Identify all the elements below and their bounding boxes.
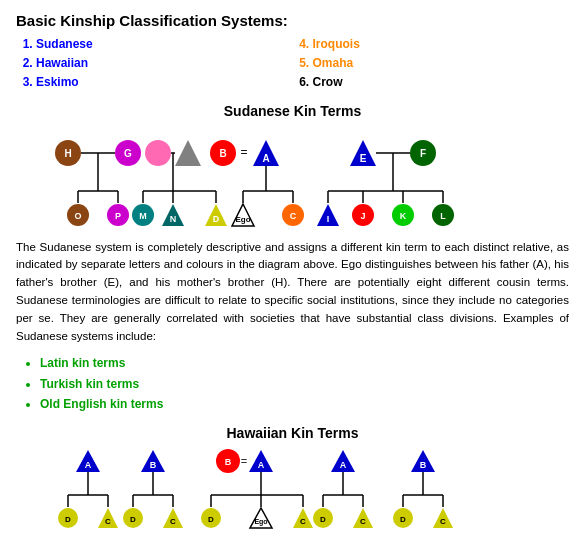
node-Ego-label: Ego: [235, 215, 250, 224]
sudanese-section-title: Sudanese Kin Terms: [16, 103, 569, 119]
hw-C2-label: C: [170, 517, 176, 526]
hw-A1-label: A: [84, 460, 91, 470]
list-col-2: Iroquois Omaha Crow: [293, 35, 570, 93]
hw-A2-label: A: [257, 460, 264, 470]
equals-sign-BA: =: [240, 145, 247, 159]
bullet-latin: Latin kin terms: [40, 353, 569, 373]
node-H-label: H: [64, 148, 71, 159]
hw-C1-label: C: [105, 517, 111, 526]
examples-list: Latin kin terms Turkish kin terms Old En…: [16, 353, 569, 414]
hw-Ego-label: Ego: [254, 518, 267, 526]
node-D-label: D: [212, 214, 219, 224]
node-dad2-shape: [175, 140, 201, 166]
hw-D2-label: D: [130, 515, 136, 524]
sudanese-description: The Sudanese system is completely descri…: [16, 239, 569, 346]
node-mom2-shape: [145, 140, 171, 166]
node-M-label: M: [139, 211, 147, 221]
hawaiian-diagram: A B B = A A B D C D C: [16, 445, 569, 540]
sudanese-diagram: H G B = A E F O: [16, 123, 569, 233]
hw-D4-label: D: [320, 515, 326, 524]
hw-B3-label: B: [419, 460, 426, 470]
list-item-sudanese: Sudanese: [36, 35, 293, 54]
bullet-old-english: Old English kin terms: [40, 394, 569, 414]
node-C-label: C: [289, 211, 296, 221]
hawaiian-svg: A B B = A A B D C D C: [43, 445, 543, 540]
node-A-label: A: [262, 153, 269, 164]
hw-D1-label: D: [65, 515, 71, 524]
list-2: Iroquois Omaha Crow: [293, 35, 570, 93]
page-title: Basic Kinship Classification Systems:: [16, 12, 569, 29]
node-P-label: P: [114, 211, 120, 221]
list-item-eskimo: Eskimo: [36, 73, 293, 92]
sudanese-svg: H G B = A E F O: [23, 123, 563, 233]
node-O-label: O: [74, 211, 81, 221]
node-J-label: J: [360, 211, 365, 221]
node-N-label: N: [169, 214, 176, 224]
node-F-label: F: [419, 148, 425, 159]
list-item-hawaiian: Hawaiian: [36, 54, 293, 73]
node-B-label: B: [219, 148, 226, 159]
hw-B2-label: B: [224, 457, 231, 467]
node-E-label: E: [359, 153, 366, 164]
hw-C4-label: C: [360, 517, 366, 526]
node-K-label: K: [399, 211, 406, 221]
classification-lists: Sudanese Hawaiian Eskimo Iroquois Omaha …: [16, 35, 569, 93]
hw-B1-label: B: [149, 460, 156, 470]
node-I-label: I: [326, 214, 329, 224]
node-G-label: G: [124, 148, 132, 159]
bullet-turkish: Turkish kin terms: [40, 374, 569, 394]
node-L-label: L: [440, 211, 446, 221]
list-item-omaha: Omaha: [313, 54, 570, 73]
hawaiian-section-title: Hawaiian Kin Terms: [16, 425, 569, 441]
list-item-iroquois: Iroquois: [313, 35, 570, 54]
list-item-crow: Crow: [313, 73, 570, 92]
hw-C5-label: C: [440, 517, 446, 526]
list-col-1: Sudanese Hawaiian Eskimo: [16, 35, 293, 93]
hw-D5-label: D: [400, 515, 406, 524]
hw-equals: =: [240, 455, 246, 467]
list-1: Sudanese Hawaiian Eskimo: [16, 35, 293, 93]
hw-A3-label: A: [339, 460, 346, 470]
hw-D3-label: D: [208, 515, 214, 524]
hw-C3-label: C: [300, 517, 306, 526]
